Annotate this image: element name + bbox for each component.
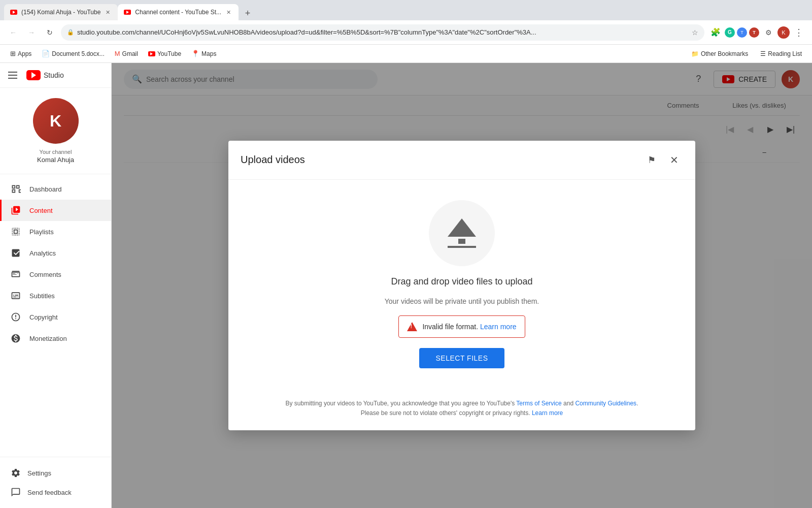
reading-list-icon: ☰ <box>760 50 766 57</box>
subtitles-label: Subtitles <box>29 292 55 300</box>
arrow-base <box>448 246 476 248</box>
refresh-button[interactable]: ↻ <box>43 25 57 40</box>
studio-logo[interactable]: Studio <box>26 70 64 80</box>
translate-icon[interactable]: T <box>737 27 747 38</box>
settings-icon <box>10 467 21 479</box>
footer-community-link[interactable]: Community Guidelines <box>575 400 636 407</box>
sidebar-nav: Dashboard Content Playlists <box>0 174 111 457</box>
sidebar-item-subtitles[interactable]: Subtitles <box>0 285 111 306</box>
bookmark-youtube[interactable]: YouTube <box>144 48 185 59</box>
settings-extension-icon[interactable]: ⚙ <box>761 25 775 40</box>
sidebar-item-send-feedback[interactable]: Send feedback <box>8 483 103 502</box>
footer-tos-link[interactable]: Terms of Service <box>516 400 561 407</box>
bookmark-gmail[interactable]: M Gmail <box>111 48 142 59</box>
tab-title-2: Channel content - YouTube St... <box>135 9 221 16</box>
comments-label: Comments <box>29 271 61 278</box>
maps-icon: 📍 <box>191 50 199 57</box>
sidebar-item-settings[interactable]: Settings <box>8 463 103 483</box>
extension2-icon[interactable]: T <box>749 27 759 38</box>
bookmark-maps-label: Maps <box>201 50 216 57</box>
new-tab-button[interactable]: + <box>241 6 255 20</box>
reading-list[interactable]: ☰ Reading List <box>756 48 806 59</box>
bookmarks-right: 📁 Other Bookmarks ☰ Reading List <box>687 48 806 59</box>
back-button[interactable]: ← <box>6 25 20 40</box>
private-text: Your videos will be private until you pu… <box>385 297 539 305</box>
sidebar-item-dashboard[interactable]: Dashboard <box>0 178 111 200</box>
monetization-label: Monetization <box>29 335 67 342</box>
monetization-icon <box>10 333 21 344</box>
other-bookmarks-label: Other Bookmarks <box>701 50 748 57</box>
sidebar-item-monetization[interactable]: Monetization <box>0 328 111 349</box>
footer-line2: Please be sure not to violate others' co… <box>241 408 683 418</box>
modal-close-button[interactable]: ✕ <box>665 151 683 169</box>
sidebar-item-content[interactable]: Content <box>0 200 111 221</box>
analytics-label: Analytics <box>29 249 56 257</box>
your-channel-label: Your channel <box>40 149 72 155</box>
nav-actions: 🧩 G T T ⚙ K ⋮ <box>708 25 806 40</box>
sidebar: Studio K Your channel Komal Ahuja Dashbo… <box>0 63 112 508</box>
tab-title-1: (154) Komal Ahuja - YouTube <box>21 9 100 16</box>
tab-close-2[interactable]: ✕ <box>224 8 232 16</box>
grammarly-icon[interactable]: G <box>725 27 735 38</box>
sidebar-item-comments[interactable]: Comments <box>0 264 111 285</box>
extensions-icon[interactable]: 🧩 <box>708 25 723 40</box>
channel-avatar[interactable]: K <box>33 98 79 144</box>
address-bar[interactable]: 🔒 studio.youtube.com/channel/UCoHnj6oVjv… <box>61 24 704 41</box>
bookmarks-bar: ⊞ Apps 📄 Document 5.docx... M Gmail YouT… <box>0 45 812 63</box>
send-feedback-label: Send feedback <box>27 489 72 496</box>
user-profile-chrome[interactable]: K <box>777 26 790 39</box>
yt-bookmark-icon <box>148 51 155 56</box>
bookmark-apps-label: Apps <box>18 50 31 57</box>
copyright-icon <box>10 311 21 323</box>
footer-line2-prefix: Please be sure not to violate others' co… <box>361 409 532 417</box>
modal-header: Upload videos ⚑ ✕ <box>228 141 695 180</box>
forward-button[interactable]: → <box>24 25 39 40</box>
sidebar-item-copyright[interactable]: Copyright <box>0 306 111 328</box>
avatar-placeholder: K <box>33 98 79 144</box>
bookmark-star-icon[interactable]: ☆ <box>692 28 698 37</box>
select-files-button[interactable]: SELECT FILES <box>419 348 504 368</box>
tab-studio-active[interactable]: Channel content - YouTube St... ✕ <box>118 4 239 20</box>
tab-favicon-1 <box>10 8 18 16</box>
bookmark-gmail-label: Gmail <box>122 50 138 57</box>
bookmark-apps[interactable]: ⊞ Apps <box>6 48 36 59</box>
content-icon <box>10 205 21 216</box>
error-learn-more-link[interactable]: Learn more <box>480 323 517 331</box>
bookmark-maps[interactable]: 📍 Maps <box>187 48 220 59</box>
tab-bar: (154) Komal Ahuja - YouTube ✕ Channel co… <box>0 0 812 20</box>
modal-flag-button[interactable]: ⚑ <box>642 151 661 169</box>
warning-icon <box>407 322 417 331</box>
upload-icon-circle <box>429 200 495 266</box>
error-text-label: Invalid file format. <box>422 323 478 331</box>
bookmark-doc[interactable]: 📄 Document 5.docx... <box>38 48 108 59</box>
sidebar-item-playlists[interactable]: Playlists <box>0 221 111 242</box>
sidebar-header: Studio <box>0 63 111 88</box>
drag-drop-text: Drag and drop video files to upload <box>391 276 532 287</box>
other-bookmarks[interactable]: 📁 Other Bookmarks <box>687 48 752 59</box>
tab-close-1[interactable]: ✕ <box>104 8 112 16</box>
channel-name: Komal Ahuja <box>37 156 74 164</box>
modal-footer: By submitting your videos to YouTube, yo… <box>228 389 695 430</box>
reading-list-label: Reading List <box>768 50 802 57</box>
sidebar-item-analytics[interactable]: Analytics <box>0 242 111 264</box>
upload-modal: Upload videos ⚑ ✕ Drag <box>228 141 695 430</box>
youtube-logo-icon <box>26 70 41 80</box>
studio-logo-text: Studio <box>44 71 64 79</box>
footer-learn-more-link[interactable]: Learn more <box>532 409 563 417</box>
nav-bar: ← → ↻ 🔒 studio.youtube.com/channel/UCoHn… <box>0 20 812 45</box>
dashboard-icon <box>10 183 21 195</box>
footer-line1: By submitting your videos to YouTube, yo… <box>241 399 683 408</box>
hamburger-menu[interactable] <box>8 69 20 81</box>
tab-favicon-2 <box>124 8 132 16</box>
subtitles-icon <box>10 290 21 301</box>
tab-youtube-main[interactable]: (154) Komal Ahuja - YouTube ✕ <box>4 4 118 20</box>
comments-icon <box>10 269 21 280</box>
doc-icon: 📄 <box>42 50 50 57</box>
playlists-icon <box>10 226 21 237</box>
chrome-menu-button[interactable]: ⋮ <box>792 25 806 40</box>
arrow-stem <box>458 239 465 244</box>
error-message: Invalid file format. Learn more <box>422 323 516 331</box>
dashboard-label: Dashboard <box>29 185 62 193</box>
modal-header-actions: ⚑ ✕ <box>642 151 683 169</box>
playlists-label: Playlists <box>29 228 54 236</box>
